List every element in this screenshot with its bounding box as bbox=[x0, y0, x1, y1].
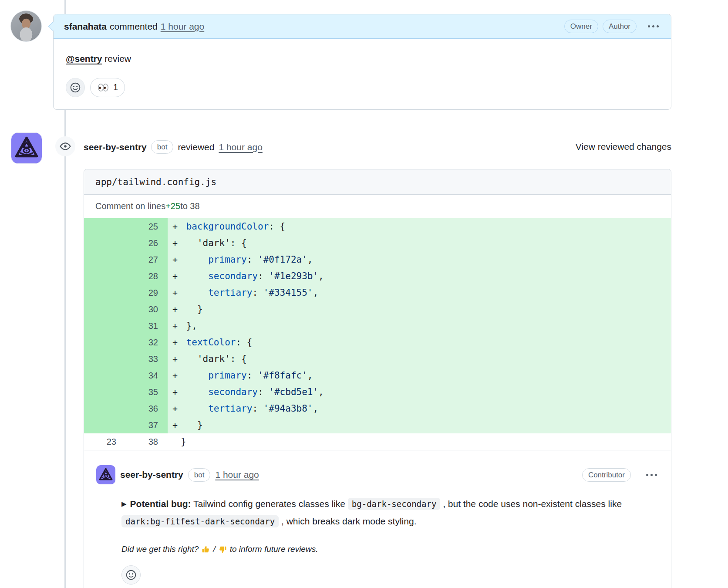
diff-line-number bbox=[84, 334, 126, 351]
comment-range-row: Comment on lines +25 to 38 bbox=[84, 195, 671, 218]
feedback-prompt: Did we get this right? / to inform futur… bbox=[121, 544, 659, 554]
diff-marker: + bbox=[168, 417, 181, 433]
view-reviewed-changes-link[interactable]: View reviewed changes bbox=[576, 142, 671, 152]
diff-code: primary: '#f8fafc', bbox=[181, 367, 671, 384]
diff-code: tertiary: '#94a3b8', bbox=[181, 400, 671, 417]
author-badge: Author bbox=[603, 20, 637, 33]
disclosure-triangle-icon[interactable]: ▶ bbox=[121, 500, 127, 507]
diff-line-number: 25 bbox=[126, 218, 168, 235]
avatar[interactable] bbox=[10, 10, 42, 42]
bot-avatar-small[interactable] bbox=[96, 465, 115, 484]
diff-line-number: 33 bbox=[126, 351, 168, 367]
comment-header: sfanahata commented 1 hour ago Owner Aut… bbox=[54, 14, 671, 39]
eye-icon bbox=[59, 140, 71, 152]
diff-line-number: 28 bbox=[126, 268, 168, 284]
thumbs-down-icon bbox=[218, 545, 227, 554]
seer-logo-icon bbox=[14, 135, 39, 161]
eyes-reaction-button[interactable]: 1 bbox=[90, 78, 125, 97]
bot-avatar[interactable] bbox=[11, 132, 42, 164]
kebab-menu-icon[interactable] bbox=[644, 471, 659, 479]
mention-link[interactable]: @sentry bbox=[66, 54, 102, 64]
nested-author[interactable]: seer-by-sentry bbox=[120, 470, 183, 480]
diff-line[interactable]: 32+ textColor: { bbox=[84, 334, 671, 351]
kebab-menu-icon[interactable] bbox=[646, 23, 661, 30]
add-reaction-button[interactable] bbox=[121, 565, 141, 585]
nested-comment-header: seer-by-sentry bot 1 hour ago Contributo… bbox=[96, 465, 659, 484]
diff-line[interactable]: 36+ tertiary: '#94a3b8', bbox=[84, 400, 671, 417]
diff-marker: + bbox=[168, 235, 181, 251]
bot-badge: bot bbox=[151, 140, 174, 154]
diff-line[interactable]: 34+ primary: '#f8fafc', bbox=[84, 367, 671, 384]
diff-line[interactable]: 2338} bbox=[84, 433, 671, 450]
comment-timestamp-link[interactable]: 1 hour ago bbox=[161, 21, 204, 32]
diff-line[interactable]: 28+ secondary: '#1e293b', bbox=[84, 268, 671, 284]
diff-line[interactable]: 29+ tertiary: '#334155', bbox=[84, 284, 671, 301]
nested-timestamp-link[interactable]: 1 hour ago bbox=[215, 470, 259, 480]
diff-line-number bbox=[84, 284, 126, 301]
review-timestamp-link[interactable]: 1 hour ago bbox=[219, 142, 262, 152]
range-added: +25 bbox=[165, 201, 180, 211]
diff-line-number: 27 bbox=[126, 251, 168, 268]
nested-comment: seer-by-sentry bot 1 hour ago Contributo… bbox=[84, 450, 671, 588]
range-rest: to 38 bbox=[180, 201, 199, 211]
diff-marker: + bbox=[168, 367, 181, 384]
smiley-icon bbox=[125, 569, 137, 581]
nested-reactions-row bbox=[121, 565, 659, 585]
diff-line-number: 37 bbox=[126, 417, 168, 433]
feedback-rest: to inform future reviews. bbox=[230, 544, 318, 554]
diff-line[interactable]: 30+ } bbox=[84, 301, 671, 318]
comment-text: review bbox=[102, 54, 131, 64]
diff-line-number: 26 bbox=[126, 235, 168, 251]
bug-text-2: , but the code uses non-existent classes… bbox=[440, 499, 622, 509]
diff-marker bbox=[168, 433, 181, 450]
diff-code: } bbox=[181, 301, 671, 318]
diff-line[interactable]: 27+ primary: '#0f172a', bbox=[84, 251, 671, 268]
diff-line[interactable]: 37+ } bbox=[84, 417, 671, 433]
review-author[interactable]: seer-by-sentry bbox=[84, 142, 147, 152]
eyes-emoji-icon bbox=[97, 83, 109, 92]
diff-code: primary: '#0f172a', bbox=[181, 251, 671, 268]
diff-marker: + bbox=[168, 334, 181, 351]
diff-line-number bbox=[84, 417, 126, 433]
diff-line[interactable]: 26+ 'dark': { bbox=[84, 235, 671, 251]
review-action: reviewed bbox=[178, 142, 214, 152]
add-reaction-button[interactable] bbox=[66, 78, 85, 97]
nested-comment-body: ▶Potential bug: Tailwind config generate… bbox=[121, 496, 640, 530]
bug-text-1: Tailwind config generates classes like bbox=[191, 499, 348, 509]
owner-badge: Owner bbox=[564, 20, 598, 33]
diff-line-number bbox=[84, 367, 126, 384]
diff-line-number bbox=[84, 235, 126, 251]
diff-code: } bbox=[181, 417, 671, 433]
diff-table: 25+ backgroundColor: {26+ 'dark': {27+ p… bbox=[84, 218, 671, 450]
diff-line-number: 34 bbox=[126, 367, 168, 384]
diff-code: }, bbox=[181, 318, 671, 334]
thumbs-up-icon bbox=[201, 545, 210, 554]
diff-code: backgroundColor: { bbox=[181, 218, 671, 235]
bug-label: Potential bug: bbox=[130, 499, 191, 509]
diff-code: secondary: '#cbd5e1', bbox=[181, 384, 671, 400]
file-path-link[interactable]: app/tailwind.config.js bbox=[84, 169, 671, 195]
comment-card: sfanahata commented 1 hour ago Owner Aut… bbox=[53, 14, 671, 110]
inline-code: dark:bg-fitfest-dark-secondary bbox=[121, 515, 279, 527]
seer-logo-icon bbox=[98, 467, 113, 482]
diff-code: textColor: { bbox=[181, 334, 671, 351]
diff-line-number: 32 bbox=[126, 334, 168, 351]
inline-code: bg-dark-secondary bbox=[348, 498, 440, 510]
comment-author[interactable]: sfanahata bbox=[64, 21, 107, 32]
reactions-row: 1 bbox=[66, 78, 659, 97]
comment-caret bbox=[48, 22, 57, 31]
review-event-title: seer-by-sentry bot reviewed 1 hour ago bbox=[84, 140, 263, 154]
diff-line[interactable]: 31+ }, bbox=[84, 318, 671, 334]
diff-line-number bbox=[84, 318, 126, 334]
diff-line-number bbox=[84, 218, 126, 235]
pr-conversation-page: sfanahata commented 1 hour ago Owner Aut… bbox=[0, 0, 728, 588]
diff-marker: + bbox=[168, 318, 181, 334]
diff-line[interactable]: 35+ secondary: '#cbd5e1', bbox=[84, 384, 671, 400]
diff-marker: + bbox=[168, 384, 181, 400]
diff-line-number bbox=[84, 251, 126, 268]
diff-line[interactable]: 33+ 'dark': { bbox=[84, 351, 671, 367]
contributor-badge: Contributor bbox=[582, 468, 631, 482]
diff-line[interactable]: 25+ backgroundColor: { bbox=[84, 218, 671, 235]
diff-line-number: 36 bbox=[126, 400, 168, 417]
feedback-question: Did we get this right? bbox=[121, 544, 199, 554]
